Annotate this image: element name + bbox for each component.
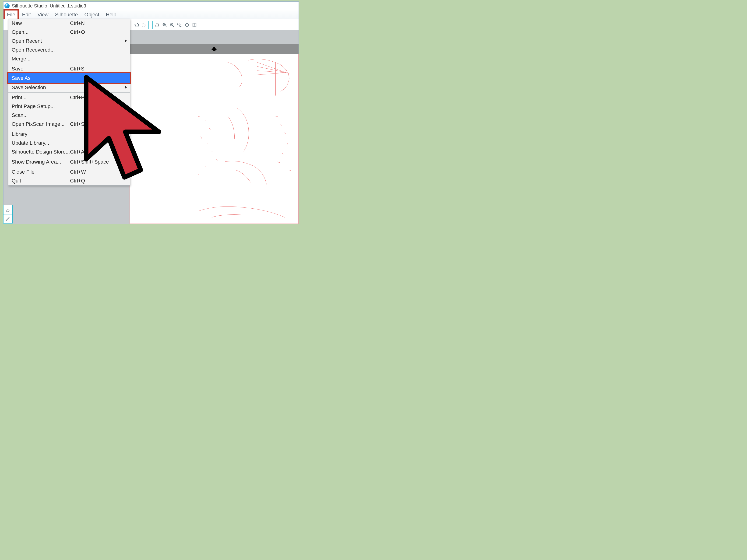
undo-icon[interactable] [134, 22, 139, 28]
redo-icon[interactable] [141, 22, 147, 28]
menu-item-open[interactable]: Open... Ctrl+O [8, 28, 130, 37]
submenu-arrow-icon [125, 39, 127, 42]
drawing-canvas[interactable] [130, 54, 299, 224]
menu-object[interactable]: Object [81, 10, 103, 19]
menu-item-update-library[interactable]: Update Library... [8, 139, 130, 148]
menu-item-print[interactable]: Print... Ctrl+P [8, 93, 130, 102]
menu-item-new[interactable]: New Ctrl+N [8, 19, 130, 28]
svg-point-8 [179, 25, 181, 26]
zoom-selection-icon[interactable] [177, 22, 182, 28]
menu-item-save-as[interactable]: Save As [7, 72, 131, 84]
menu-view[interactable]: View [34, 10, 52, 19]
menu-edit[interactable]: Edit [19, 10, 34, 19]
toolbar-history-group [132, 21, 149, 29]
svg-rect-7 [178, 23, 179, 25]
eraser-tool[interactable] [3, 205, 12, 214]
zoom-out-icon[interactable] [170, 22, 175, 28]
app-logo-icon [4, 3, 9, 8]
toolbar-view-group [152, 21, 199, 29]
zoom-center-icon[interactable] [192, 22, 197, 28]
menu-item-open-recent[interactable]: Open Recent [8, 37, 130, 46]
menu-help[interactable]: Help [102, 10, 120, 19]
menu-item-open-recovered[interactable]: Open Recovered... [8, 46, 130, 54]
submenu-arrow-icon [125, 86, 127, 89]
menu-silhouette[interactable]: Silhouette [52, 10, 81, 19]
eraser-icon [5, 207, 10, 212]
svg-line-1 [165, 26, 167, 27]
menu-item-library[interactable]: Library [8, 130, 130, 139]
zoom-in-icon[interactable] [162, 22, 167, 28]
menu-item-quit[interactable]: Quit Ctrl+Q [8, 177, 130, 185]
pan-icon[interactable] [155, 22, 160, 28]
zoom-fit-icon[interactable] [184, 22, 189, 28]
window-title: Silhouette Studio: Untitled-1.studio3 [12, 3, 86, 9]
menu-bar: File Edit View Silhouette Object Help [3, 10, 299, 19]
menu-item-save-selection[interactable]: Save Selection [8, 83, 130, 92]
pencil-icon [5, 216, 10, 221]
svg-line-5 [173, 26, 174, 27]
menu-item-close-file[interactable]: Close File Ctrl+W [8, 167, 130, 177]
horizontal-scroll-handle[interactable] [130, 44, 299, 54]
canvas-artwork [130, 54, 298, 223]
file-menu-dropdown: New Ctrl+N Open... Ctrl+O Open Recent Op… [8, 19, 130, 186]
menu-separator [8, 167, 130, 167]
menu-item-merge[interactable]: Merge... [8, 54, 130, 63]
menu-item-design-store[interactable]: Silhouette Design Store... Ctrl+Alt+S [8, 148, 130, 156]
tool-strip [3, 205, 13, 224]
menu-item-show-drawing-area[interactable]: Show Drawing Area... Ctrl+Shift+Space [8, 158, 130, 166]
menu-item-scan[interactable]: Scan... [8, 111, 130, 120]
arrow-up-icon [211, 46, 217, 52]
menu-item-open-pixscan[interactable]: Open PixScan Image... Ctrl+Shift+O [8, 120, 130, 129]
svg-line-9 [181, 26, 182, 27]
menu-separator [8, 129, 130, 129]
menu-item-print-page-setup[interactable]: Print Page Setup... [8, 102, 130, 111]
title-bar: Silhouette Studio: Untitled-1.studio3 [3, 2, 299, 10]
pencil-tool[interactable] [3, 214, 12, 223]
